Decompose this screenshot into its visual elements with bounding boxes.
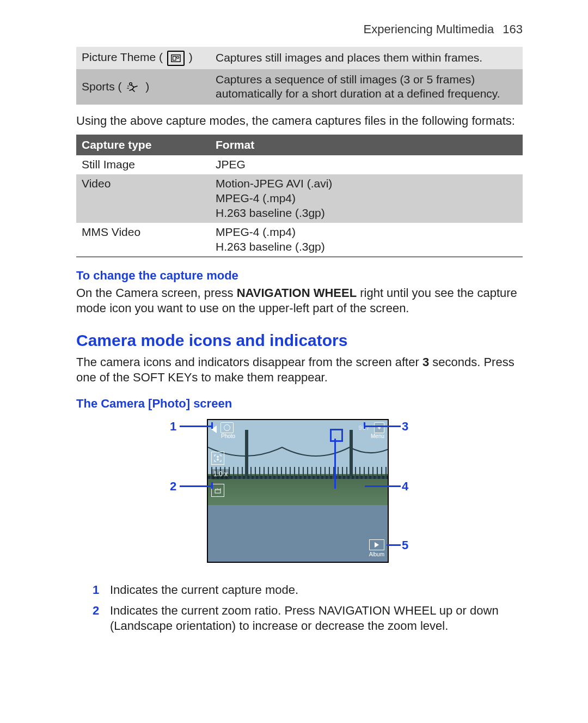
hud-top-left: Photo (211, 422, 235, 440)
legend-number: 1 (93, 582, 102, 598)
table-row: MMS Video MPEG-4 (.mp4) H.263 baseline (… (76, 223, 523, 257)
cell: MMS Video (76, 223, 210, 257)
callout-1: 1 (170, 419, 176, 434)
cell: Motion-JPEG AVI (.avi) MPEG-4 (.mp4) H.2… (210, 174, 523, 223)
camera-screen: Photo 967 ✦ Menu 1.0 x Album (207, 419, 389, 563)
subheading-change-mode: To change the capture mode (76, 268, 523, 283)
legend-number: 2 (93, 603, 102, 634)
hud-album-label: Album (369, 551, 384, 558)
formats-table: Capture type Format Still Image JPEG Vid… (76, 135, 523, 257)
change-mode-body: On the Camera screen, press NAVIGATION W… (76, 285, 523, 316)
hud-mode-label: Photo (221, 433, 235, 440)
camera-icon (220, 422, 234, 433)
table-row: Still Image JPEG (76, 155, 523, 174)
legend-text: Indicates the current capture mode. (110, 582, 298, 598)
col-header: Format (210, 135, 523, 156)
callout-line (180, 426, 212, 427)
svg-rect-1 (173, 56, 175, 60)
list-item: 2 Indicates the current zoom ratio. Pres… (93, 603, 523, 634)
mode-desc: Captures still images and places them wi… (210, 47, 523, 69)
callout-line (387, 544, 401, 546)
cell: Still Image (76, 155, 210, 174)
hud-top-right: 967 ✦ Menu (359, 422, 384, 440)
callout-5: 5 (402, 538, 408, 553)
play-icon (369, 539, 384, 550)
hud-left-stack: 1.0 x (211, 452, 230, 497)
page-header: Experiencing Multimedia 163 (76, 22, 523, 37)
callout-4-marker (330, 429, 343, 442)
text-bold: NAVIGATION WHEEL (237, 286, 357, 300)
intro-paragraph: Using the above capture modes, the camer… (76, 113, 523, 129)
callout-legend: 1 Indicates the current capture mode. 2 … (93, 582, 523, 634)
zoom-frame-icon (211, 452, 224, 465)
heading-camera-mode-icons: Camera mode icons and indicators (76, 330, 523, 351)
section-body: The camera icons and indicators disappea… (76, 355, 523, 385)
sports-icon (126, 82, 141, 94)
callout-tick (334, 482, 336, 489)
table-row: Video Motion-JPEG AVI (.avi) MPEG-4 (.mp… (76, 174, 523, 223)
white-balance-icon (211, 484, 224, 497)
mode-label: Picture Theme (82, 51, 156, 63)
svg-rect-4 (215, 490, 220, 493)
hud-zoom-ratio: 1.0 x (211, 469, 230, 479)
callout-3: 3 (402, 419, 408, 434)
callout-tick (211, 482, 213, 489)
table-row: Picture Theme ( ) Captures still images … (76, 47, 523, 69)
callout-4: 4 (402, 479, 408, 494)
mode-desc: Captures a sequence of still images (3 o… (210, 69, 523, 105)
cell: MPEG-4 (.mp4) H.263 baseline (.3gp) (210, 223, 523, 257)
col-header: Capture type (76, 135, 210, 156)
callout-line (365, 426, 401, 427)
cell: Video (76, 174, 210, 223)
legend-text: Indicates the current zoom ratio. Press … (110, 603, 523, 634)
text-bold: 3 (422, 355, 429, 369)
subheading-photo-screen: The Camera [Photo] screen (76, 396, 523, 411)
callout-tick (364, 422, 365, 429)
hud-bottom-right: Album (369, 539, 384, 558)
callout-4-dropline (334, 439, 336, 487)
text: On the Camera screen, press (76, 286, 237, 300)
text: The camera icons and indicators disappea… (76, 355, 422, 369)
table-row: Sports ( ) Captures a sequence of still … (76, 69, 523, 105)
svg-point-2 (176, 56, 179, 58)
camera-photo-diagram: Photo 967 ✦ Menu 1.0 x Album 1 (147, 419, 452, 572)
section-title: Experiencing Multimedia (363, 22, 494, 36)
picture-theme-icon (167, 51, 185, 66)
menu-icon: ✦ (374, 422, 384, 433)
capture-modes-table: Picture Theme ( ) Captures still images … (76, 47, 523, 105)
callout-2: 2 (170, 479, 176, 494)
cell: JPEG (210, 155, 523, 174)
mode-label: Sports (82, 80, 115, 93)
page-number: 163 (503, 22, 523, 36)
list-item: 1 Indicates the current capture mode. (93, 582, 523, 598)
callout-tick (211, 422, 213, 429)
callout-line (180, 485, 212, 487)
callout-line (365, 485, 401, 487)
hud-menu-label: Menu (359, 433, 384, 440)
